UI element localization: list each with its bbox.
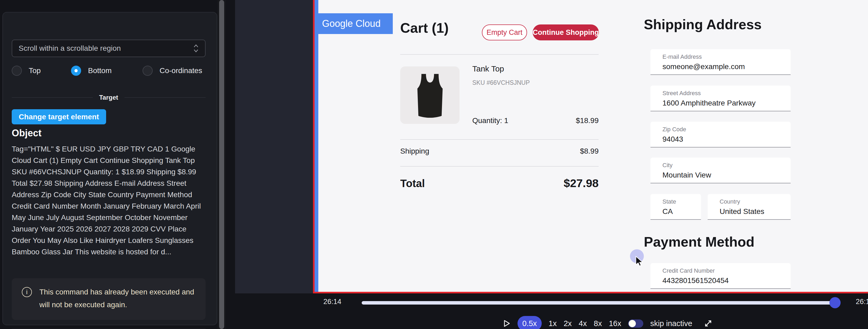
zip-field-label: Zip Code	[662, 126, 790, 133]
radio-circle-coordinates	[143, 66, 153, 76]
zip-field-value: 94043	[662, 135, 790, 143]
street-address-field[interactable]: Street Address 1600 Amphitheatre Parkway	[650, 86, 790, 111]
target-highlight-stripe	[315, 0, 318, 292]
product-name: Tank Top	[472, 64, 504, 73]
shipping-address-heading: Shipping Address	[644, 17, 762, 32]
speed-1x-button[interactable]: 1x	[549, 319, 557, 328]
radio-label-top: Top	[29, 66, 41, 75]
credit-card-field-value: 4432801561520454	[662, 276, 790, 285]
street-field-value: 1600 Amphitheatre Parkway	[662, 99, 790, 107]
speed-2x-button[interactable]: 2x	[563, 319, 572, 328]
state-field-label: State	[662, 198, 701, 205]
radio-option-bottom[interactable]: Bottom	[71, 65, 112, 77]
radio-label-bottom: Bottom	[88, 66, 112, 75]
speed-16x-button[interactable]: 16x	[609, 319, 621, 328]
fullscreen-icon[interactable]	[704, 319, 712, 328]
product-sku: SKU #66VCHSJNUP	[472, 79, 530, 86]
skip-inactive-toggle[interactable]	[628, 320, 643, 328]
player-controls: 0.5x 1x 2x 4x 8x 16x skip inactive	[503, 316, 712, 329]
tank-top-graphic	[405, 70, 455, 120]
cart-title: Cart (1)	[400, 20, 448, 36]
sidebar-scrollbar-thumb[interactable]	[219, 0, 224, 329]
cart-divider-bottom	[400, 166, 599, 167]
target-section-divider: Target	[12, 94, 206, 101]
total-value: $27.98	[519, 177, 599, 190]
site-logo-badge: Google Cloud	[315, 13, 393, 34]
info-message: This command has already been executed a…	[39, 286, 199, 311]
play-button[interactable]	[503, 320, 510, 327]
skip-inactive-label: skip inactive	[650, 319, 692, 328]
select-chevrons-icon	[193, 43, 199, 53]
radio-circle-top	[12, 66, 22, 76]
total-label: Total	[400, 177, 425, 190]
speed-0-5x-button[interactable]: 0.5x	[518, 316, 542, 329]
info-icon: i	[22, 287, 32, 297]
command-sidebar: Scroll within a scrollable region Top Bo…	[0, 0, 235, 329]
product-quantity: Quantity: 1	[472, 117, 508, 125]
payment-method-heading: Payment Method	[644, 234, 754, 250]
product-price: $18.99	[546, 117, 599, 125]
radio-label-coordinates: Co-ordinates	[160, 66, 202, 75]
zip-code-field[interactable]: Zip Code 94043	[650, 122, 790, 147]
change-target-button[interactable]: Change target element	[12, 109, 106, 124]
command-type-select[interactable]: Scroll within a scrollable region	[12, 40, 206, 57]
cart-divider-middle	[400, 139, 599, 140]
app-root: Scroll within a scrollable region Top Bo…	[0, 0, 868, 329]
info-banner: i This command has already been executed…	[12, 278, 206, 320]
email-field-label: E-mail Address	[662, 54, 790, 60]
city-field-value: Mountain View	[662, 171, 790, 179]
timeline-track[interactable]	[362, 301, 840, 304]
cart-divider-top	[400, 54, 599, 55]
speed-8x-button[interactable]: 8x	[594, 319, 602, 328]
mouse-cursor-icon	[634, 256, 646, 267]
object-description-text: Tag="HTML" $ EUR USD JPY GBP TRY CAD 1 G…	[12, 143, 206, 258]
speed-4x-button[interactable]: 4x	[579, 319, 587, 328]
state-field-value: CA	[662, 207, 701, 216]
target-section-label: Target	[99, 94, 118, 101]
city-field-label: City	[662, 162, 790, 169]
shipping-row-label: Shipping	[400, 147, 429, 156]
scroll-position-radio-group: Top Bottom Co-ordinates	[12, 65, 206, 77]
viewport-border-left	[313, 0, 315, 293]
street-field-label: Street Address	[662, 90, 790, 97]
command-card: Scroll within a scrollable region Top Bo…	[2, 12, 217, 325]
radio-option-top[interactable]: Top	[12, 65, 41, 77]
radio-option-coordinates[interactable]: Co-ordinates	[143, 65, 202, 77]
empty-cart-button[interactable]: Empty Cart	[482, 25, 527, 40]
continue-shopping-button[interactable]: Continue Shopping	[533, 25, 599, 40]
country-field-value: United States	[720, 207, 790, 216]
current-time: 26:14	[323, 298, 341, 306]
command-type-value: Scroll within a scrollable region	[19, 44, 121, 53]
end-time: 26:1	[856, 298, 868, 306]
timeline-playhead[interactable]	[830, 297, 841, 308]
email-field[interactable]: E-mail Address someone@example.com	[650, 49, 790, 75]
city-field[interactable]: City Mountain View	[650, 158, 790, 184]
state-field[interactable]: State CA	[650, 194, 701, 220]
toggle-knob	[629, 320, 636, 327]
radio-circle-bottom-selected	[71, 66, 81, 76]
email-field-value: someone@example.com	[662, 62, 790, 71]
product-image	[400, 66, 460, 124]
shipping-row-value: $8.99	[546, 147, 599, 156]
credit-card-field-label: Credit Card Number	[662, 267, 790, 274]
country-field-label: Country	[720, 198, 790, 205]
credit-card-number-field[interactable]: Credit Card Number 4432801561520454	[650, 263, 790, 289]
country-field[interactable]: Country United States	[708, 194, 790, 220]
object-heading: Object	[12, 128, 41, 139]
